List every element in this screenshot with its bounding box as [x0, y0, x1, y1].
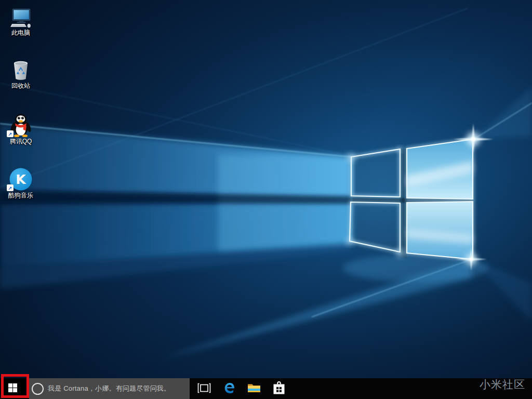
search-placeholder-text: 我是 Cortana，小娜。有问题尽管问我。	[48, 384, 170, 393]
kugou-icon: K ↗	[3, 167, 39, 191]
desktop-icon-this-pc[interactable]: 此电脑	[3, 5, 39, 36]
folder-icon	[247, 382, 261, 395]
kugou-letter: K	[16, 172, 26, 187]
desktop-icon-label: 此电脑	[3, 30, 39, 36]
shortcut-arrow-badge: ↗	[7, 184, 14, 191]
edge-icon	[222, 381, 236, 396]
windows-store-button[interactable]	[267, 378, 291, 399]
desktop-icon-recycle-bin[interactable]: 回收站	[3, 58, 39, 89]
qq-penguin-icon: ↗	[3, 110, 39, 137]
this-pc-icon	[3, 5, 39, 29]
cortana-ring-icon	[32, 383, 44, 395]
recycle-bin-icon	[3, 58, 39, 82]
wallpaper-windows-hero	[0, 0, 532, 378]
desktop-icon-label: 回收站	[3, 83, 39, 89]
store-bag-icon	[273, 381, 285, 396]
cortana-search-box[interactable]: 我是 Cortana，小娜。有问题尽管问我。	[29, 378, 190, 399]
shortcut-arrow-badge: ↗	[7, 130, 14, 137]
watermark: 小米社区	[480, 377, 525, 392]
desktop: 此电脑 回收站	[0, 0, 532, 378]
taskbar: 我是 Cortana，小娜。有问题尽管问我。	[0, 378, 532, 399]
edge-browser-button[interactable]	[217, 378, 242, 399]
start-button[interactable]	[0, 378, 25, 399]
file-explorer-button[interactable]	[242, 378, 267, 399]
windows-logo-icon	[8, 383, 17, 394]
task-view-button[interactable]	[192, 378, 217, 399]
desktop-icon-kugou-music[interactable]: K ↗ 酷狗音乐	[3, 167, 39, 199]
desktop-icon-label: 腾讯QQ	[3, 138, 39, 145]
desktop-icon-tencent-qq[interactable]: ↗ 腾讯QQ	[3, 110, 39, 145]
task-view-icon	[197, 383, 211, 395]
desktop-icon-label: 酷狗音乐	[3, 192, 39, 199]
